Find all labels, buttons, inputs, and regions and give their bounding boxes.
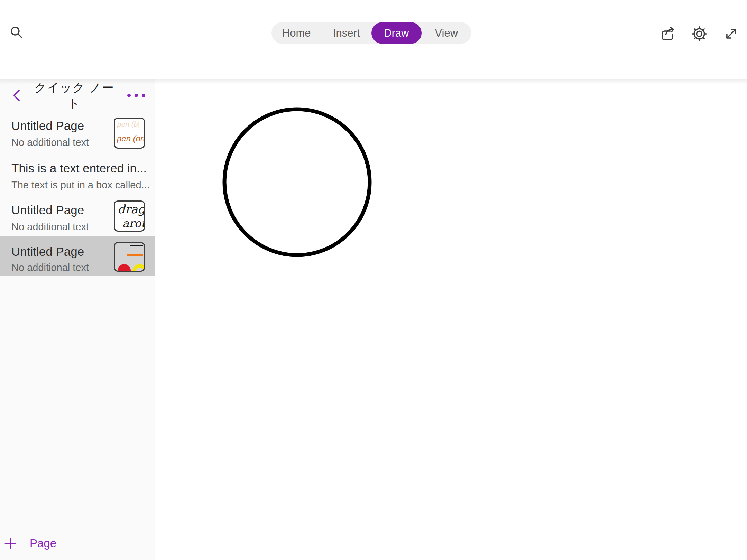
add-page-button[interactable]: Page: [0, 526, 155, 560]
page-title: Untitled Page: [11, 245, 84, 259]
page-subtitle: No additional text: [11, 262, 89, 273]
page-subtitle: The text is put in a box called...: [11, 179, 150, 191]
sidebar-header: クイック ノート: [0, 79, 155, 113]
settings-button[interactable]: [690, 25, 708, 43]
tab-insert[interactable]: Insert: [322, 22, 372, 44]
plus-icon: [0, 536, 21, 551]
ellipsis-icon: [126, 93, 147, 98]
share-icon: [660, 26, 676, 42]
page-list-sidebar: クイック ノート Untitled Page No additional tex…: [0, 79, 155, 560]
back-button[interactable]: [9, 88, 24, 103]
notebook-section-title: クイック ノート: [31, 80, 118, 112]
page-thumbnail: drag arou: [114, 200, 145, 232]
section-more-button[interactable]: [125, 89, 147, 102]
tab-home[interactable]: Home: [271, 22, 322, 44]
ribbon-tab-strip: Home Insert Draw View: [271, 22, 471, 44]
page-list-item-1[interactable]: Untitled Page No additional text pen (b|…: [0, 114, 155, 156]
thumbnail-ink-text: pen (ora: [117, 134, 145, 143]
tab-view[interactable]: View: [422, 22, 472, 44]
draw-toolbar: T Text Mode Lasso Select Insert Space: [0, 48, 747, 79]
gear-icon: [691, 26, 708, 42]
thumbnail-ink-text: drag: [118, 202, 145, 216]
page-list-item-3[interactable]: Untitled Page No additional text drag ar…: [0, 196, 155, 236]
thumbnail-ink-text: pen (b|: [117, 120, 140, 128]
expand-icon: [723, 26, 739, 41]
page-list-item-4-selected[interactable]: Untitled Page No additional text: [0, 236, 155, 276]
page-subtitle: No additional text: [11, 221, 89, 233]
page-subtitle: No additional text: [11, 137, 89, 148]
page-title: Untitled Page: [11, 203, 84, 217]
search-button[interactable]: [8, 24, 25, 41]
search-icon: [9, 25, 24, 40]
share-button[interactable]: [659, 25, 677, 43]
tab-draw[interactable]: Draw: [371, 22, 422, 44]
page-thumbnail: [114, 242, 145, 272]
ink-ellipse[interactable]: [224, 109, 370, 255]
thumbnail-ink-text: arou: [122, 217, 145, 230]
ink-layer: [155, 79, 747, 560]
top-header: Home Insert Draw View: [0, 0, 747, 48]
divider: [0, 113, 155, 113]
page-title: Untitled Page: [11, 119, 84, 133]
back-chevron-icon: [11, 88, 22, 102]
page-thumbnail: pen (b| pen (ora: [114, 118, 145, 149]
add-page-label: Page: [30, 537, 56, 550]
fullscreen-button[interactable]: [722, 25, 740, 43]
page-title: This is a text entered in...: [11, 161, 147, 175]
page-list-item-2[interactable]: This is a text entered in... The text is…: [0, 156, 155, 196]
note-canvas[interactable]: [155, 79, 747, 560]
